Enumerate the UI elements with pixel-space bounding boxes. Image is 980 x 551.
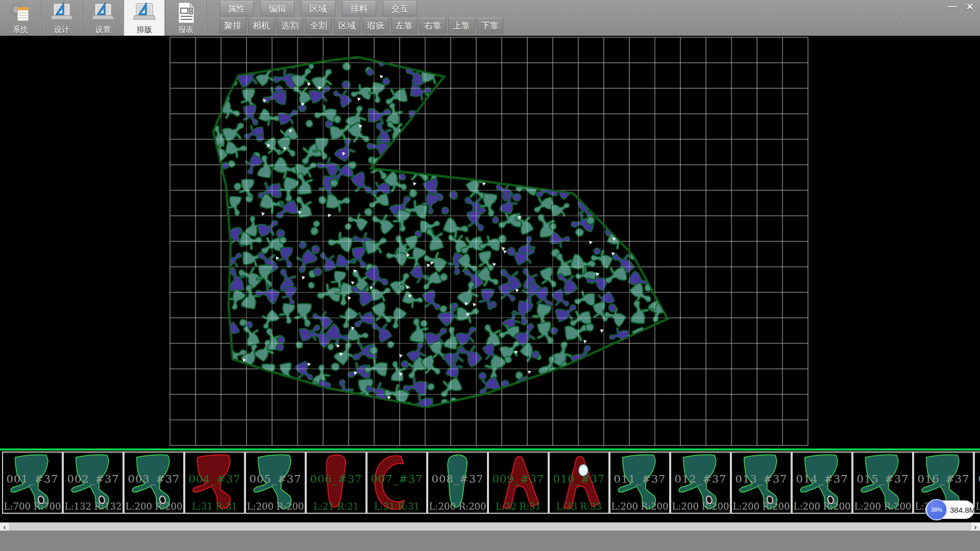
toolbar-button-label: 报表 <box>178 25 193 35</box>
piece-thumbnail-4[interactable]: 004_#37L:31 R:31 <box>184 452 245 514</box>
piece-thumbnail-2[interactable]: 002_#37L:132 R:132 <box>63 452 124 514</box>
tool-button-3[interactable]: 选割 <box>277 18 303 34</box>
toolbar-button-label: 排版 <box>137 25 152 35</box>
piece-thumbnail-5[interactable]: 005_#37L:200 R:200 <box>245 452 306 514</box>
piece-shape-icon <box>64 453 122 512</box>
piece-shape-icon <box>854 453 912 512</box>
separator-line <box>0 448 980 450</box>
tool-button-4[interactable]: 全割 <box>305 18 332 34</box>
design-icon <box>50 1 74 24</box>
piece-shape-icon <box>550 453 608 512</box>
tool-button-6[interactable]: 瑕疵 <box>362 18 389 34</box>
tool-button-10[interactable]: 下靠 <box>477 18 503 34</box>
piece-shape-icon <box>368 453 426 512</box>
piece-thumbnail-11[interactable]: 011_#37L:200 R:200 <box>609 452 670 514</box>
piece-shape-icon <box>4 453 61 512</box>
scroll-right-button[interactable]: › <box>970 522 980 531</box>
horizontal-scrollbar[interactable]: ‹ › <box>0 522 980 531</box>
piece-thumbnail-12[interactable]: 012_#37L:200 R:200 <box>670 452 731 514</box>
piece-thumbnail-1[interactable]: 001_#37L:700 R:700 <box>2 452 63 514</box>
toolbar-button-label: 系统 <box>13 25 28 35</box>
progress-badge: 38% <box>926 499 947 520</box>
toolbar-button-label: 设置 <box>95 25 111 35</box>
piece-thumbnail-9[interactable]: 009_#37L:32 R:31 <box>488 452 549 514</box>
titlebar: 系统设计设置排版报表 属性编辑区域排料交互 聚排相机选割全割区域瑕疵左靠右靠上靠… <box>0 0 980 36</box>
tool-button-5[interactable]: 区域 <box>334 18 360 34</box>
toolbar-button-settings[interactable]: 设置 <box>83 0 124 36</box>
piece-shape-icon <box>307 453 365 512</box>
app-window: 系统设计设置排版报表 属性编辑区域排料交互 聚排相机选割全割区域瑕疵左靠右靠上靠… <box>0 0 980 551</box>
tool-button-9[interactable]: 上靠 <box>448 18 475 34</box>
piece-shape-icon <box>125 453 183 512</box>
close-button[interactable]: ✕ <box>963 1 977 12</box>
main-toolbar: 系统设计设置排版报表 <box>0 0 207 36</box>
piece-thumbnail-14[interactable]: 014_#37L:200 R:200 <box>792 452 852 514</box>
system-icon <box>9 1 32 24</box>
piece-shape-icon <box>247 453 304 512</box>
piece-shape-icon <box>429 453 486 512</box>
hide-nesting-drawing <box>0 36 980 449</box>
toolbar-button-label: 设计 <box>54 25 69 35</box>
menu-tab-1[interactable]: 属性 <box>219 1 254 16</box>
tool-button-row: 聚排相机选割全割区域瑕疵左靠右靠上靠下靠 <box>219 18 505 34</box>
tool-button-2[interactable]: 相机 <box>248 18 275 34</box>
menu-tab-row: 属性编辑区域排料交互 <box>219 1 424 16</box>
toolbar-button-layout[interactable]: 排版 <box>124 0 165 36</box>
piece-shape-icon <box>489 453 547 512</box>
menu-tab-4[interactable]: 排料 <box>342 1 376 16</box>
piece-thumbnail-7[interactable]: 007_#37L:31 R:31 <box>366 452 427 514</box>
piece-thumbnail-10[interactable]: 010_#37L:33 R:33 <box>549 452 609 514</box>
toolbar-button-system[interactable]: 系统 <box>0 0 41 36</box>
tool-button-8[interactable]: 右靠 <box>420 18 446 34</box>
piece-shape-icon <box>672 453 729 512</box>
layout-icon <box>133 1 156 24</box>
settings-icon <box>91 1 115 24</box>
minimize-button[interactable]: — <box>945 1 960 12</box>
piece-thumbnail-13[interactable]: 013_#37L:200 R:200 <box>731 452 792 514</box>
toolbar-button-report[interactable]: 报表 <box>165 0 207 36</box>
menu-tab-2[interactable]: 编辑 <box>260 1 295 16</box>
tool-button-7[interactable]: 左靠 <box>391 18 418 34</box>
bottom-bar <box>0 531 980 551</box>
status-pill: 38% 384.8M <box>925 500 974 519</box>
pieces-panel: 001_#37L:700 R:700002_#37L:132 R:132003_… <box>0 452 980 515</box>
nesting-canvas[interactable] <box>0 36 980 449</box>
tool-button-1[interactable]: 聚排 <box>219 18 246 34</box>
piece-thumbnail-15[interactable]: 015_#37L:200 R:200 <box>852 452 913 514</box>
piece-thumbnail-8[interactable]: 008_#37L:200 R:200 <box>427 452 488 514</box>
scroll-left-button[interactable]: ‹ <box>0 522 10 531</box>
piece-shape-icon <box>186 453 243 512</box>
piece-shape-icon <box>611 453 669 512</box>
report-icon <box>174 1 198 24</box>
piece-shape-icon <box>975 453 980 512</box>
toolbar-button-design[interactable]: 设计 <box>41 0 83 36</box>
piece-shape-icon <box>732 453 790 512</box>
piece-thumbnail-6[interactable]: 006_#37L:21 R:21 <box>306 452 366 514</box>
piece-shape-icon <box>793 453 851 512</box>
menu-tab-3[interactable]: 区域 <box>301 1 335 16</box>
memory-label: 384.8M <box>950 500 975 519</box>
window-controls: — ✕ <box>945 1 977 12</box>
menu-tab-5[interactable]: 交互 <box>383 1 417 16</box>
piece-thumbnail-3[interactable]: 003_#37L:200 R:200 <box>124 452 184 514</box>
